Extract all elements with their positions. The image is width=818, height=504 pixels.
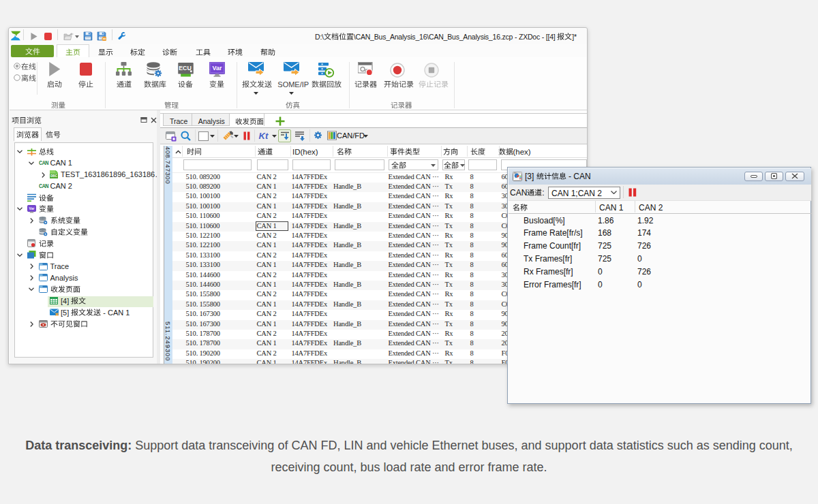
svg-text:DBC: DBC <box>50 174 58 178</box>
svg-text:Var: Var <box>212 65 222 72</box>
svg-text:ECU: ECU <box>179 65 192 72</box>
svg-text:Var: Var <box>29 206 35 210</box>
